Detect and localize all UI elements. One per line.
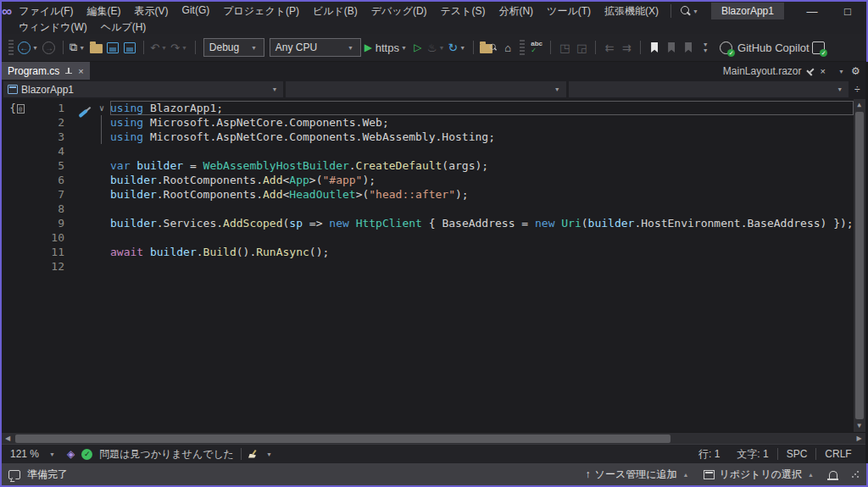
increase-indent-button[interactable]: ⇉ (618, 37, 635, 58)
menu-item[interactable]: テスト(S) (434, 3, 492, 20)
hot-reload-button[interactable]: ♨▼ (426, 37, 448, 58)
tab-mainlayout-razor[interactable]: MainLayout.razor × (717, 62, 832, 80)
pin-icon[interactable] (64, 67, 73, 75)
column-indicator[interactable]: 文字: 1 (728, 447, 776, 462)
copilot-chat-button[interactable] (810, 37, 827, 58)
menu-item[interactable]: プロジェクト(P) (216, 3, 306, 20)
menu-item[interactable]: Git(G) (175, 3, 217, 20)
scrollbar-thumb[interactable] (855, 112, 864, 419)
find-in-files-button[interactable] (479, 37, 499, 58)
new-project-button[interactable]: ⧉▼ (69, 37, 87, 58)
code-line[interactable] (110, 202, 854, 216)
code-line[interactable]: await builder.Build().RunAsync(); (110, 245, 854, 259)
scroll-right-icon[interactable]: ▶ (854, 434, 865, 442)
code-line[interactable] (110, 259, 854, 274)
scrollbar-thumb[interactable] (15, 434, 670, 443)
code-line[interactable]: var builder = WebAssemblyHostBuilder.Cre… (110, 158, 854, 173)
menu-item[interactable]: 分析(N) (492, 3, 540, 20)
problems-status-text: 問題は見つかりませんでした (99, 447, 234, 462)
tab-list-dropdown-icon[interactable]: ▼ (837, 69, 846, 75)
redo-button[interactable]: ↷▼ (170, 37, 190, 58)
no-problems-check-icon[interactable]: ✓ (81, 449, 92, 460)
spell-checker-button[interactable]: abc✓ (528, 37, 545, 58)
solution-platform-dropdown[interactable]: Any CPU▼ (270, 38, 361, 57)
comment-button[interactable]: ◳ (556, 37, 573, 58)
code-line[interactable]: using BlazorApp1; (110, 101, 854, 115)
resize-grip[interactable] (851, 470, 860, 479)
undo-button[interactable]: ↶▼ (149, 37, 170, 58)
next-bookmark-button[interactable] (680, 37, 697, 58)
close-icon[interactable]: × (78, 66, 83, 76)
code-line[interactable]: using Microsoft.AspNetCore.Components.We… (110, 130, 854, 144)
menu-item[interactable]: ファイル(F) (12, 3, 80, 20)
menu-item[interactable]: 拡張機能(X) (598, 3, 665, 20)
code-line[interactable] (110, 230, 854, 245)
save-all-button[interactable] (121, 37, 138, 58)
editor-vertical-scrollbar[interactable]: ▲ ▼ (854, 99, 865, 432)
chevron-down-icon[interactable]: ▼ (264, 451, 274, 457)
zoom-level-dropdown[interactable]: 121 %▼ (7, 448, 60, 460)
editor-horizontal-scrollbar[interactable]: ◀ ▶ (2, 432, 865, 444)
minimize-button[interactable]: — (794, 0, 830, 22)
code-editor[interactable]: {@ 123456789101112 ∨ using BlazorApp1;us… (2, 99, 865, 432)
code-line[interactable]: builder.RootComponents.Add<App>("#app"); (110, 173, 854, 187)
uncomment-button[interactable]: ◲ (573, 37, 590, 58)
toggle-bookmark-button[interactable] (646, 37, 663, 58)
keep-open-pin-icon[interactable] (804, 64, 816, 76)
menu-item[interactable]: 編集(E) (81, 3, 128, 20)
add-to-source-control-button[interactable]: ↑ ソース管理に追加 ▲ (586, 468, 691, 482)
play-outline-icon: ▷ (414, 42, 421, 53)
scroll-up-icon[interactable]: ▲ (857, 99, 861, 111)
restart-app-button[interactable]: ↻▼ (447, 37, 468, 58)
code-line[interactable]: builder.RootComponents.Add<HeadOutlet>("… (110, 187, 854, 202)
outline-collapse-icon[interactable]: ∨ (93, 101, 110, 115)
tab-label: MainLayout.razor (723, 65, 802, 77)
project-dropdown[interactable]: BlazorApp1▼ (3, 81, 283, 97)
feedback-bubble-icon[interactable] (8, 470, 20, 479)
member-dropdown[interactable]: ▼ (569, 81, 849, 97)
solution-explorer-toolbar-button[interactable]: ⌂ (499, 37, 516, 58)
toolbar-grip[interactable] (520, 40, 525, 55)
editor-status-bar: 121 %▼ ◈ ✓ 問題は見つかりませんでした ▼ 行: 1 文字: 1 SP… (2, 444, 865, 463)
save-button[interactable] (104, 37, 121, 58)
editor-group: Program.cs × MainLayout.razor × ▼ ⚙ Bl (2, 62, 865, 463)
navigate-forward-button[interactable]: → (41, 37, 58, 58)
intellicode-icon[interactable]: ◈ (67, 448, 75, 460)
code-line[interactable]: builder.Services.AddScoped(sp => new Htt… (110, 216, 854, 230)
code-text-area[interactable]: using BlazorApp1;using Microsoft.AspNetC… (110, 99, 854, 432)
scroll-left-icon[interactable]: ◀ (2, 434, 14, 442)
feedback-project-badge[interactable]: BlazorApp1 (711, 3, 784, 19)
code-cleanup-broom-icon[interactable] (248, 450, 258, 459)
close-icon[interactable]: × (821, 66, 826, 76)
scroll-down-icon[interactable]: ▼ (857, 420, 861, 432)
quick-search-button[interactable]: ▼ (680, 1, 701, 21)
menu-item[interactable]: 表示(V) (128, 3, 175, 20)
github-copilot-button[interactable]: GitHub Copilot (719, 37, 810, 58)
maximize-button[interactable]: □ (830, 0, 865, 22)
open-file-button[interactable] (87, 37, 104, 58)
select-repository-button[interactable]: リポジトリの選択 ▲ (704, 468, 815, 482)
spaces-indicator[interactable]: SPC (777, 448, 816, 460)
editor-options-gear-icon[interactable]: ⚙ (851, 65, 860, 77)
split-window-icon[interactable]: ÷ (851, 84, 864, 96)
solution-configuration-dropdown[interactable]: Debug▼ (203, 38, 264, 57)
tab-program-cs[interactable]: Program.cs × (2, 62, 90, 80)
previous-bookmark-button[interactable] (663, 37, 680, 58)
line-indicator[interactable]: 行: 1 (690, 447, 728, 462)
navigate-back-button[interactable]: ←▼ (17, 37, 41, 58)
notifications-button[interactable] (829, 471, 837, 479)
search-icon (490, 44, 497, 51)
line-ending-indicator[interactable]: CRLF (815, 448, 860, 460)
chevron-down-icon: ▼ (691, 8, 700, 14)
type-dropdown[interactable]: ▼ (286, 81, 565, 97)
menu-item[interactable]: ビルド(B) (306, 3, 364, 20)
menu-item[interactable]: ツール(T) (540, 3, 598, 20)
code-line[interactable] (110, 144, 854, 158)
toolbar-overflow-button[interactable]: ▼▼ (697, 37, 714, 58)
toolbar-grip[interactable] (8, 40, 14, 55)
menu-item[interactable]: デバッグ(D) (364, 3, 434, 20)
start-debug-button[interactable]: ▶ https▼ (364, 37, 409, 58)
code-line[interactable]: using Microsoft.AspNetCore.Components.We… (110, 115, 854, 130)
decrease-indent-button[interactable]: ⇇ (601, 37, 618, 58)
start-without-debug-button[interactable]: ▷ (409, 37, 426, 58)
